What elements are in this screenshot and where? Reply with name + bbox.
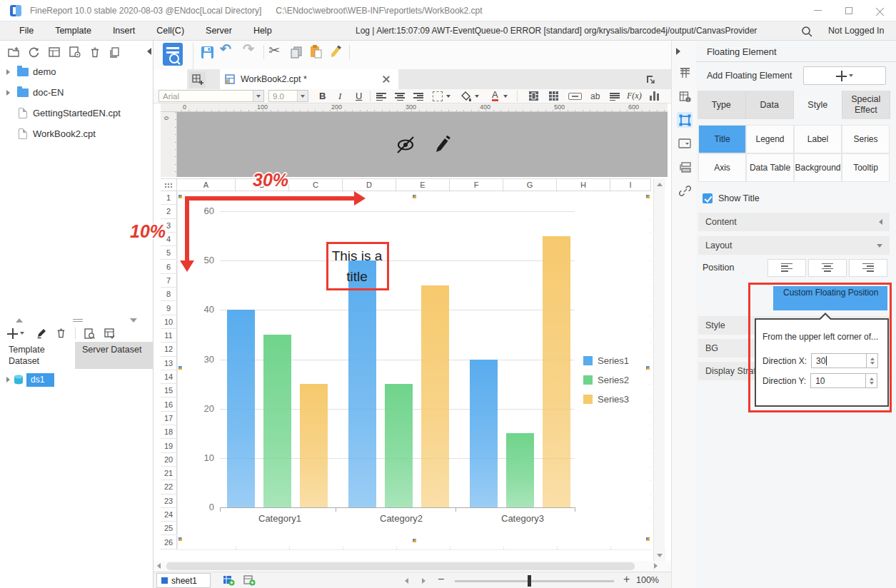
title-align-left-button[interactable] [767,259,806,277]
row-header-7[interactable]: 7 [161,274,177,288]
legend-item-series1[interactable]: Series1 [583,355,629,366]
text-attr-icon[interactable]: ab [590,91,600,101]
scroll-left-icon[interactable] [153,561,163,571]
direction-y-stepper[interactable] [866,373,877,388]
title-align-right-button[interactable] [849,259,887,277]
column-header-i[interactable]: I [610,178,651,191]
floating-chart-element[interactable]: 0102030405060Category1Category2Category3… [178,193,650,546]
horizontal-scrollbar[interactable] [153,561,671,572]
zoom-slider-thumb[interactable] [528,575,531,587]
column-header-g[interactable]: G [503,178,557,191]
save-icon[interactable] [201,46,214,59]
tree-item-doc-en[interactable]: doc-EN [0,82,153,103]
row-header-23[interactable]: 23 [161,495,177,508]
dataset-tab-server-dataset[interactable]: Server Dataset [75,342,153,369]
close-tab-icon[interactable] [383,76,390,83]
bold-button[interactable]: B [319,91,326,101]
tab-workbook2[interactable]: WorkBook2.cpt * [220,69,398,89]
dataset-config-icon[interactable] [104,328,116,340]
direction-y-input[interactable]: 10 [810,373,866,388]
formula-icon[interactable]: F(x) [627,91,642,101]
selection-handle[interactable] [178,365,183,370]
row-header-9[interactable]: 9 [161,301,177,315]
selection-handle[interactable] [412,194,417,199]
subtab-label[interactable]: Label [794,125,842,153]
bar-series3-category3[interactable] [543,236,570,507]
font-family-select[interactable]: Arial [158,90,264,102]
subtab-background[interactable]: Background [794,153,842,182]
row-header-2[interactable]: 2 [161,205,177,218]
chevron-down-icon[interactable] [475,95,479,98]
selection-handle[interactable] [645,194,650,199]
maximize-button[interactable] [833,0,865,21]
add-floating-element-button[interactable] [803,66,886,85]
row-header-1[interactable]: 1 [161,191,177,205]
border-icon[interactable] [433,91,443,101]
spinner-down-icon[interactable] [870,362,875,365]
hyperlink-icon[interactable] [677,183,693,198]
add-report-sheet-icon[interactable] [243,574,256,586]
row-header-18[interactable]: 18 [161,425,177,439]
chevron-down-icon[interactable] [446,95,450,98]
collapse-left-panel-icon[interactable] [147,48,151,55]
floating-element-icon[interactable] [677,112,693,128]
column-header-d[interactable]: D [343,178,396,191]
row-header-11[interactable]: 11 [161,329,177,343]
align-right-icon[interactable] [413,93,423,101]
tree-item-workbook2-cpt[interactable]: WorkBook2.cpt [0,123,153,144]
custom-floating-position-button[interactable]: Custom Floating Position [773,286,887,310]
delete-dataset-icon[interactable] [56,328,66,339]
add-grid-sheet-icon[interactable] [223,574,235,586]
tab-type[interactable]: Type [698,91,746,119]
new-report-tab-button[interactable] [189,71,206,88]
bar-series2-category1[interactable] [263,335,291,507]
subtab-tooltip[interactable]: Tooltip [842,153,890,182]
column-header-h[interactable]: H [557,178,610,191]
row-header-15[interactable]: 15 [161,384,177,397]
row-header-16[interactable]: 16 [161,398,177,412]
selection-handle[interactable] [178,194,183,199]
title-align-center-button[interactable] [808,259,847,277]
spinner-up-icon[interactable] [870,358,875,360]
spinner-down-icon[interactable] [870,382,874,385]
row-header-10[interactable]: 10 [161,315,177,329]
column-header-c[interactable]: C [289,178,343,191]
zoom-slider-track[interactable] [455,580,614,582]
template-settings-icon[interactable] [69,46,81,59]
expand-icon[interactable] [6,377,10,382]
preview-dataset-icon[interactable] [84,328,96,340]
tab-style[interactable]: Style [794,91,842,119]
legend-item-series3[interactable]: Series3 [583,394,629,405]
bar-series1-category3[interactable] [470,360,498,508]
underline-button[interactable]: U [356,91,362,101]
subtab-data-table[interactable]: Data Table [746,153,794,182]
row-header-12[interactable]: 12 [161,343,177,356]
row-header-17[interactable]: 17 [161,412,177,425]
redo-icon[interactable]: ↷ [243,42,254,56]
menu-item-server[interactable]: Server [195,21,243,41]
undo-icon[interactable]: ↶ [220,42,231,56]
select-all-corner[interactable] [161,178,177,191]
text-widget-icon[interactable] [568,93,582,100]
row-header-22[interactable]: 22 [161,480,177,494]
bar-series2-category3[interactable] [506,433,534,507]
paragraph-lines-icon[interactable] [610,93,620,101]
selection-handle[interactable] [645,365,650,370]
align-center-icon[interactable] [395,93,405,101]
scrollbar-track[interactable] [166,562,635,570]
row-header-8[interactable]: 8 [161,288,177,301]
font-size-select[interactable]: 9.0 [268,90,308,102]
hide-parameter-icon[interactable] [394,135,417,155]
widget-settings-icon[interactable] [677,136,693,151]
chart-title[interactable]: This is a title [326,245,388,287]
collapse-right-panel-icon[interactable] [676,48,680,55]
selection-handle[interactable] [412,538,417,543]
panel-splitter[interactable] [0,317,153,324]
row-header-21[interactable]: 21 [161,467,177,480]
row-header-24[interactable]: 24 [161,508,177,522]
direction-x-input[interactable]: 30 [811,353,867,368]
search-icon[interactable] [801,26,812,37]
next-sheet-icon[interactable] [422,578,426,584]
minimize-button[interactable] [802,0,833,21]
unmerge-cell-icon[interactable] [548,91,559,101]
